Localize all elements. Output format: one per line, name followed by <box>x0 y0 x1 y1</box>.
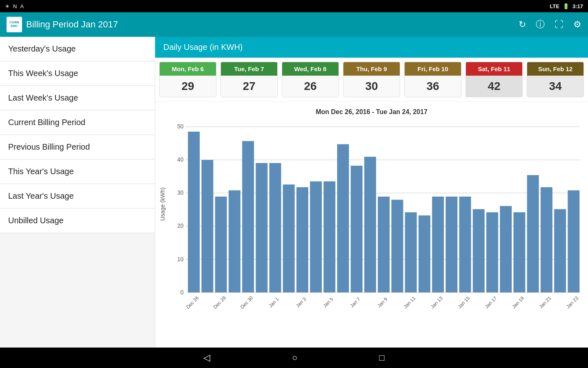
svg-rect-37 <box>527 175 539 292</box>
sidebar-item-yesterdays-usage[interactable]: Yesterday's Usage <box>0 37 155 61</box>
svg-text:Jan 17: Jan 17 <box>484 295 498 310</box>
status-icons-right: LTE 🔋 3:17 <box>550 3 583 9</box>
notification-icon: N <box>13 3 17 9</box>
day-card-mon-label: Mon, Feb 6 <box>160 62 216 76</box>
recents-button[interactable]: □ <box>379 352 385 363</box>
app-title: Billing Period Jan 2017 <box>26 19 118 30</box>
day-card-mon-value: 29 <box>160 76 216 97</box>
svg-rect-29 <box>419 215 430 292</box>
svg-rect-32 <box>459 197 471 292</box>
svg-rect-13 <box>201 160 213 292</box>
status-bar: ☀ N A LTE 🔋 3:17 <box>0 0 588 12</box>
day-card-wed-value: 26 <box>282 76 339 97</box>
app-bar-left: COBB EMC Billing Period Jan 2017 <box>7 17 118 32</box>
home-button[interactable]: ○ <box>292 352 297 363</box>
sidebar-item-last-weeks-usage[interactable]: Last Week's Usage <box>0 86 155 110</box>
svg-rect-17 <box>256 163 267 293</box>
svg-text:Jan 21: Jan 21 <box>538 295 552 310</box>
fullscreen-icon[interactable]: ⛶ <box>555 19 564 30</box>
day-card-sat-label: Sat, Feb 11 <box>466 62 522 76</box>
svg-text:Jan 5: Jan 5 <box>322 296 334 309</box>
svg-text:Jan 11: Jan 11 <box>402 295 416 310</box>
day-card-tue-label: Tue, Feb 7 <box>221 62 277 76</box>
svg-text:Jan 19: Jan 19 <box>511 295 525 310</box>
svg-rect-22 <box>323 182 335 293</box>
svg-rect-35 <box>500 206 512 292</box>
svg-rect-16 <box>242 141 254 292</box>
day-card-fri-label: Fri, Feb 10 <box>405 62 461 76</box>
day-card-fri-value: 36 <box>405 76 461 97</box>
lte-icon: LTE <box>550 3 559 9</box>
app-bar-actions: ↻ ⓘ ⛶ ⚙ <box>519 18 581 31</box>
svg-rect-40 <box>568 190 579 292</box>
svg-rect-24 <box>351 166 363 292</box>
svg-rect-25 <box>364 157 376 292</box>
day-card-thu[interactable]: Thu, Feb 9 30 <box>343 62 400 97</box>
svg-rect-36 <box>513 212 525 292</box>
day-card-thu-label: Thu, Feb 9 <box>343 62 400 76</box>
day-cards-row: Mon, Feb 6 29 Tue, Feb 7 27 Wed, Feb 8 2… <box>155 58 588 102</box>
back-button[interactable]: ◁ <box>203 352 210 363</box>
day-card-sat-value: 42 <box>466 76 522 97</box>
svg-rect-28 <box>405 212 417 292</box>
svg-text:Jan 23: Jan 23 <box>565 295 579 310</box>
sidebar-item-current-billing[interactable]: Current Billing Period <box>0 110 155 135</box>
svg-rect-23 <box>337 144 349 293</box>
day-card-tue-value: 27 <box>221 76 277 97</box>
y-axis-label: Usage (kWh) <box>159 126 166 282</box>
svg-rect-27 <box>392 200 403 292</box>
svg-rect-19 <box>283 184 295 292</box>
svg-text:Dec 28: Dec 28 <box>212 295 227 310</box>
day-card-sat[interactable]: Sat, Feb 11 42 <box>466 62 523 97</box>
svg-text:20: 20 <box>177 222 184 229</box>
svg-text:Dec 26: Dec 26 <box>185 295 200 310</box>
svg-rect-15 <box>229 190 241 292</box>
chart-date-range: Mon Dec 26, 2016 - Tue Jan 24, 2017 <box>159 108 584 116</box>
svg-rect-14 <box>215 197 227 292</box>
svg-text:0: 0 <box>180 289 184 295</box>
svg-rect-26 <box>378 197 390 292</box>
svg-text:50: 50 <box>177 123 184 130</box>
svg-rect-33 <box>473 209 485 292</box>
day-card-sun-label: Sun, Feb 12 <box>527 62 584 76</box>
app-logo: COBB EMC <box>7 17 22 32</box>
day-card-wed-label: Wed, Feb 8 <box>282 62 339 76</box>
sidebar-item-this-weeks-usage[interactable]: This Week's Usage <box>0 61 155 86</box>
svg-text:Jan 7: Jan 7 <box>349 296 361 309</box>
day-card-sun[interactable]: Sun, Feb 12 34 <box>527 62 584 97</box>
day-card-wed[interactable]: Wed, Feb 8 26 <box>282 62 339 97</box>
day-card-tue[interactable]: Tue, Feb 7 27 <box>220 62 278 97</box>
svg-text:30: 30 <box>177 189 184 196</box>
day-card-mon[interactable]: Mon, Feb 6 29 <box>159 62 216 97</box>
sidebar-item-unbilled[interactable]: Unbilled Usage <box>0 209 155 233</box>
content-area: Daily Usage (in KWH) Mon, Feb 6 29 Tue, … <box>155 37 588 348</box>
refresh-icon[interactable]: ↻ <box>519 19 526 30</box>
info-icon[interactable]: ⓘ <box>536 18 545 31</box>
daily-usage-header: Daily Usage (in KWH) <box>155 37 588 58</box>
svg-rect-30 <box>432 197 444 292</box>
svg-rect-12 <box>188 132 200 292</box>
svg-rect-39 <box>554 209 566 292</box>
day-card-fri[interactable]: Fri, Feb 10 36 <box>404 62 461 97</box>
svg-rect-21 <box>310 182 322 293</box>
settings-icon[interactable]: ⚙ <box>573 19 581 30</box>
chart-inner: 50 40 30 20 10 0 <box>168 122 584 310</box>
sidebar-item-last-year[interactable]: Last Year's Usage <box>0 184 155 209</box>
chart-area: Mon Dec 26, 2016 - Tue Jan 24, 2017 Usag… <box>155 102 588 314</box>
svg-rect-18 <box>270 163 281 293</box>
svg-text:Jan 1: Jan 1 <box>268 296 280 309</box>
svg-text:Dec 30: Dec 30 <box>239 295 254 310</box>
app-icon: A <box>20 3 24 9</box>
time-display: 3:17 <box>572 3 583 9</box>
battery-icon: 🔋 <box>563 3 569 9</box>
svg-text:40: 40 <box>177 156 184 163</box>
sidebar-item-this-year[interactable]: This Year's Usage <box>0 159 155 184</box>
status-icons-left: ☀ N A <box>5 3 24 9</box>
wifi-icon: ☀ <box>5 3 10 9</box>
sidebar-item-previous-billing[interactable]: Previous Billing Period <box>0 135 155 159</box>
day-card-thu-value: 30 <box>343 76 400 97</box>
svg-text:Jan 9: Jan 9 <box>376 296 388 309</box>
daily-usage-title: Daily Usage (in KWH) <box>163 43 580 52</box>
svg-text:Jan 3: Jan 3 <box>295 296 307 309</box>
svg-rect-20 <box>296 187 308 292</box>
